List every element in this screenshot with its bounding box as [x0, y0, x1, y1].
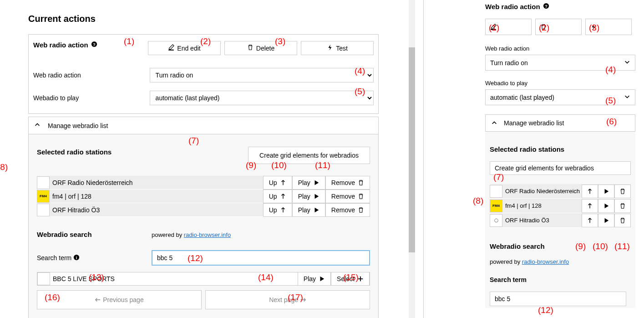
- station-remove-button[interactable]: [614, 185, 631, 198]
- station-up-button[interactable]: [582, 185, 598, 198]
- help-icon[interactable]: [543, 3, 549, 10]
- prev-page-button[interactable]: Previous page: [37, 290, 202, 309]
- r-section-title: Web radio action: [485, 3, 540, 10]
- accordion-title: Manage webradio list: [48, 122, 108, 129]
- station-name: ORF Hitradio Ö3: [505, 217, 582, 224]
- annot: (5): [605, 96, 616, 106]
- chevron-up-icon: [34, 122, 41, 129]
- annot: (4): [355, 66, 365, 76]
- annot: (11): [315, 160, 330, 170]
- trash-icon: [247, 44, 254, 52]
- action-label: Web radio action: [33, 72, 150, 79]
- section-header: Web radio action: [33, 41, 97, 49]
- station-remove-button[interactable]: Remove: [325, 190, 370, 203]
- annot: (12): [188, 253, 203, 263]
- scrollbar[interactable]: [409, 0, 415, 318]
- annot: (8): [0, 162, 8, 172]
- station-icon: [37, 176, 50, 189]
- chevron-down-icon: [624, 93, 630, 101]
- station-remove-button[interactable]: Remove: [325, 176, 370, 190]
- station-name: fm4 | orf | 128: [52, 193, 263, 200]
- station-remove-button[interactable]: Remove: [325, 203, 370, 217]
- powered-link[interactable]: radio-browser.info: [522, 258, 569, 265]
- result-play-button[interactable]: Play: [298, 272, 331, 286]
- help-icon[interactable]: [91, 41, 97, 49]
- annot: (3): [275, 36, 285, 46]
- annot: (2): [539, 23, 549, 33]
- station-name: fm4 | orf | 128: [505, 202, 582, 209]
- station-row: ORF Radio Niederösterreich Up Play Remov…: [37, 176, 370, 190]
- annot: (9): [575, 241, 586, 251]
- annot: (16): [45, 292, 60, 303]
- annot: (2): [200, 36, 211, 46]
- test-label: Test: [336, 45, 348, 52]
- r-create-grid-button[interactable]: Create grid elements for webradios: [490, 161, 631, 175]
- annot: (3): [589, 23, 599, 33]
- annot: (1): [489, 23, 499, 33]
- delete-label: Delete: [256, 45, 274, 52]
- annot: (9): [246, 160, 256, 170]
- station-icon: ◯: [490, 214, 502, 227]
- annot: (12): [538, 305, 553, 315]
- station-remove-button[interactable]: [614, 199, 631, 213]
- station-row: FM4 fm4 | orf | 128 Up Play Remove: [37, 190, 370, 203]
- selected-title: Selected radio stations: [37, 148, 112, 156]
- annot: (17): [288, 292, 303, 303]
- edit-icon: [168, 44, 174, 52]
- station-play-button[interactable]: Play: [292, 203, 325, 217]
- station-up-button[interactable]: [582, 199, 598, 213]
- annot: (7): [188, 136, 199, 146]
- annot: (5): [355, 87, 365, 97]
- station-name: ORF Radio Niederösterreich: [52, 179, 263, 186]
- station-play-button[interactable]: Play: [292, 176, 325, 190]
- station-up-button[interactable]: [582, 214, 598, 227]
- search-title: Webradio search: [37, 231, 92, 238]
- station-row: ORF Hitradio Ö3 Up Play Remove: [37, 203, 370, 217]
- r-powered: powered by radio-browser.info: [490, 258, 631, 265]
- annot: (4): [605, 65, 616, 75]
- station-icon: FM4: [37, 190, 50, 203]
- create-grid-button[interactable]: Create grid elements for webradios: [248, 147, 370, 164]
- search-input[interactable]: [152, 250, 370, 266]
- annot: (10): [271, 160, 287, 170]
- station-name: ORF Hitradio Ö3: [52, 206, 263, 214]
- annot: (6): [606, 117, 617, 127]
- result-icon: [37, 272, 50, 285]
- annot: (8): [473, 196, 483, 206]
- station-up-button[interactable]: Up: [263, 176, 292, 190]
- result-row: BBC 5 LIVE SPORTS Play Select: [37, 272, 370, 286]
- section-title-text: Web radio action: [33, 41, 88, 49]
- annot: (15): [343, 272, 359, 282]
- info-icon[interactable]: [73, 254, 80, 262]
- accordion-toggle[interactable]: Manage webradio list: [29, 117, 378, 134]
- powered-text: powered by radio-browser.info: [152, 231, 370, 238]
- play-select[interactable]: automatic (last played): [150, 91, 374, 105]
- station-up-button[interactable]: Up: [263, 190, 292, 203]
- station-remove-button[interactable]: [614, 214, 631, 227]
- r-search-term-label: Search term: [490, 276, 631, 283]
- annot: (10): [593, 241, 608, 251]
- annot: (11): [614, 241, 630, 251]
- chevron-down-icon: [624, 59, 630, 67]
- station-play-button[interactable]: [598, 199, 614, 213]
- bolt-icon: [327, 44, 333, 52]
- station-up-button[interactable]: Up: [263, 203, 292, 217]
- r-play-label: Webadio to play: [485, 80, 635, 87]
- action-select[interactable]: Turn radio on: [150, 68, 374, 82]
- annot: (7): [493, 172, 504, 182]
- annot: (13): [89, 272, 104, 282]
- search-term-label: Search term: [37, 254, 152, 262]
- station-play-button[interactable]: [598, 185, 614, 198]
- delete-button[interactable]: Delete: [224, 41, 297, 55]
- column-divider: [423, 0, 424, 318]
- station-icon: [37, 204, 50, 216]
- test-button[interactable]: Test: [301, 41, 374, 55]
- r-section-header: Web radio action: [485, 3, 635, 10]
- r-search-title: Webradio search: [490, 242, 631, 250]
- r-station-row: ◯ ORF Hitradio Ö3: [490, 213, 631, 228]
- r-accordion-title: Manage webradio list: [504, 119, 564, 127]
- station-play-button[interactable]: Play: [292, 190, 325, 203]
- powered-link[interactable]: radio-browser.info: [184, 231, 231, 238]
- r-search-input[interactable]: [490, 292, 626, 306]
- station-play-button[interactable]: [598, 214, 614, 227]
